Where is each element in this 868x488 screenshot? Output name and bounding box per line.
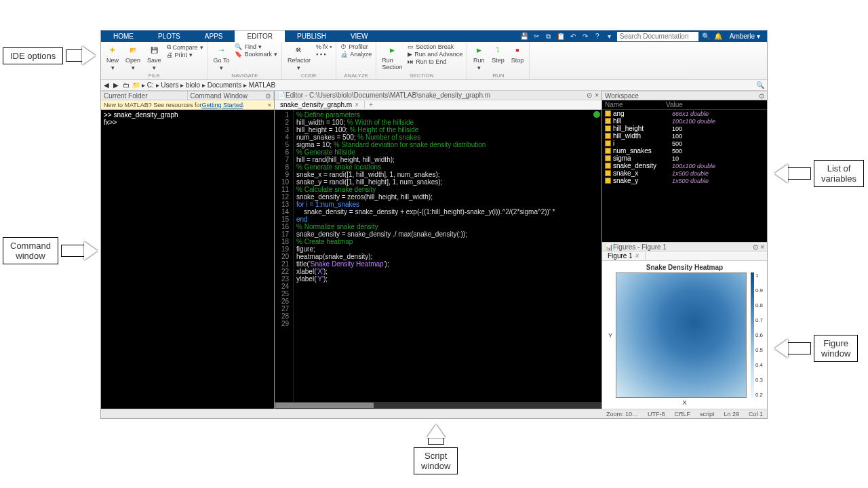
fwd-icon[interactable]: ▶ — [113, 81, 121, 89]
callout-cmd: Command window — [3, 237, 58, 264]
paste-icon[interactable]: 📋 — [556, 32, 566, 41]
run-to-end-button[interactable]: ⏭ Run to End — [408, 58, 462, 65]
callout-fig: Figure window — [814, 335, 858, 362]
status-filetype: script — [700, 411, 715, 418]
step-button[interactable]: ⤵Step — [490, 43, 506, 64]
group-run: RUN — [471, 73, 525, 79]
user-menu[interactable]: Amberle ▾ — [726, 33, 764, 40]
code-icons[interactable]: % fx ▪ ▪ ▪ ▪ — [316, 43, 332, 58]
ws-var[interactable]: hill_width100 — [602, 132, 767, 140]
group-navigate: NAVIGATE — [212, 73, 277, 79]
panel-menu-icon[interactable]: ⊙ — [265, 92, 271, 100]
current-folder-panel[interactable]: Current Folder — [101, 91, 188, 100]
status-bar: Zoom: 10… UTF-8 CRLF script Ln 29 Col 1 — [101, 409, 767, 418]
ws-var[interactable]: i500 — [602, 140, 767, 147]
undo-icon[interactable]: ↶ — [568, 32, 578, 41]
status-encoding: UTF-8 — [648, 411, 665, 418]
copy-icon[interactable]: ⧉ — [544, 32, 553, 41]
panel-menu-icon[interactable]: ⊙ — [753, 243, 758, 251]
run-section-button[interactable]: ▶Run Section — [380, 43, 403, 71]
tab-publish[interactable]: PUBLISH — [285, 30, 338, 42]
x-axis-label: X — [606, 399, 763, 406]
workspace-panel[interactable]: Workspace⊙ — [602, 91, 767, 100]
h-scrollbar[interactable] — [275, 402, 601, 409]
compare-button[interactable]: ⧉ Compare ▾ — [167, 43, 203, 51]
status-line: Ln 29 — [724, 411, 739, 418]
code-editor[interactable]: 1234567891011121314151617181920212223242… — [275, 110, 601, 402]
group-file: FILE — [105, 73, 203, 79]
ws-var[interactable]: snake_density100x100 double — [602, 162, 767, 169]
group-code: CODE — [286, 73, 332, 79]
panel-menu-icon[interactable]: ⊙ — [759, 92, 764, 100]
close-tab-icon[interactable]: × — [355, 101, 359, 108]
close-figures-icon[interactable]: × — [760, 243, 764, 251]
refactor-button[interactable]: 🛠Refactor▾ — [286, 43, 312, 72]
close-icon[interactable]: × — [268, 102, 271, 108]
close-editor-icon[interactable]: × — [595, 92, 599, 99]
search-documentation[interactable] — [617, 32, 698, 41]
ide-window: HOMEPLOTSAPPSEDITORPUBLISHVIEW 💾 ✂ ⧉ 📋 ↶… — [100, 30, 768, 419]
back-icon[interactable]: ◀ — [104, 81, 112, 89]
colorbar — [751, 272, 754, 398]
find-button[interactable]: 🔍 Find ▾ — [235, 43, 277, 50]
close-tab-icon[interactable]: × — [635, 252, 639, 260]
callout-vars: List of variables — [814, 160, 864, 187]
search-icon[interactable]: 🔍 — [701, 32, 711, 41]
cut-icon[interactable]: ✂ — [532, 32, 541, 41]
group-analyze: ANALYZE — [340, 73, 372, 79]
ws-var[interactable]: num_snakes500 — [602, 147, 767, 155]
run-advance-button[interactable]: ▶ Run and Advance — [408, 51, 462, 58]
new-button[interactable]: ✚New▾ — [105, 43, 120, 72]
bell-icon[interactable]: 🔔 — [713, 32, 723, 41]
editor-title: 📄 Editor - C:\Users\biolo\Documents\MATL… — [275, 91, 601, 100]
workspace-list[interactable]: NameValue ang666x1 doublehill100x100 dou… — [602, 100, 767, 242]
ws-var[interactable]: hill_height100 — [602, 125, 767, 132]
section-break-button[interactable]: ▭ Section Break — [408, 43, 462, 50]
path-search-icon[interactable]: 🔍 — [756, 81, 764, 89]
syntax-ok-icon — [593, 111, 600, 118]
up-icon[interactable]: 🗀 — [123, 81, 131, 89]
command-window[interactable]: >> snake_density_graphfx>> — [101, 110, 274, 409]
new-tab-icon[interactable]: + — [365, 101, 377, 108]
save-button[interactable]: 💾Save▾ — [146, 43, 163, 72]
editor-tab[interactable]: snake_density_graph.m× — [275, 101, 365, 108]
callout-ide: IDE options — [3, 47, 63, 64]
ws-var[interactable]: sigma10 — [602, 155, 767, 162]
folder-icon[interactable]: 📁 — [132, 81, 140, 89]
analyze-button[interactable]: 🔬 Analyze — [340, 51, 372, 58]
stop-button[interactable]: ■Stop — [510, 43, 526, 64]
profiler-button[interactable]: ⏱ Profiler — [340, 43, 372, 50]
command-window-panel[interactable]: Command Window⊙ — [188, 91, 275, 100]
run-button[interactable]: ▶Run▾ — [471, 43, 486, 72]
tab-home[interactable]: HOME — [101, 30, 146, 42]
goto-button[interactable]: ⇢Go To▾ — [212, 43, 231, 72]
ws-var[interactable]: snake_y1x500 double — [602, 177, 767, 184]
figure[interactable]: Snake Density Heatmap Y 10.90.80.70.60.5… — [602, 261, 767, 409]
getting-started-link[interactable]: Getting Started — [201, 102, 243, 108]
callout-script: Script window — [414, 447, 458, 474]
bookmark-button[interactable]: 🔖 Bookmark ▾ — [235, 51, 277, 58]
status-zoom: Zoom: 10… — [606, 411, 638, 418]
print-button[interactable]: 🖨 Print ▾ — [167, 52, 203, 58]
tab-editor[interactable]: EDITOR — [235, 30, 285, 42]
ws-var[interactable]: snake_x1x500 double — [602, 169, 767, 177]
tab-view[interactable]: VIEW — [338, 30, 380, 42]
status-col: Col 1 — [749, 411, 763, 418]
figures-panel[interactable]: 📊 Figures - Figure 1⊙ × — [602, 242, 767, 251]
toolstrip-tabs: HOMEPLOTSAPPSEDITORPUBLISHVIEW 💾 ✂ ⧉ 📋 ↶… — [101, 30, 767, 42]
redo-icon[interactable]: ↷ — [580, 32, 590, 41]
tab-plots[interactable]: PLOTS — [146, 30, 193, 42]
status-eol: CRLF — [674, 411, 690, 418]
dropdown-icon[interactable]: ▾ — [605, 32, 614, 41]
open-button[interactable]: 📂Open▾ — [124, 43, 142, 72]
figure-tab[interactable]: Figure 1× — [602, 252, 646, 260]
chart-title: Snake Density Heatmap — [606, 264, 763, 271]
save-icon[interactable]: 💾 — [519, 32, 529, 41]
path-bar[interactable]: ◀ ▶ 🗀 📁 ▸ C: ▸ Users ▸ biolo ▸ Documents… — [101, 80, 767, 91]
pin-icon[interactable]: ⊙ — [587, 92, 592, 99]
help-icon[interactable]: ? — [593, 32, 602, 41]
ws-var[interactable]: hill100x100 double — [602, 117, 767, 125]
ws-var[interactable]: ang666x1 double — [602, 110, 767, 117]
tab-apps[interactable]: APPS — [193, 30, 235, 42]
group-section: SECTION — [380, 73, 462, 79]
